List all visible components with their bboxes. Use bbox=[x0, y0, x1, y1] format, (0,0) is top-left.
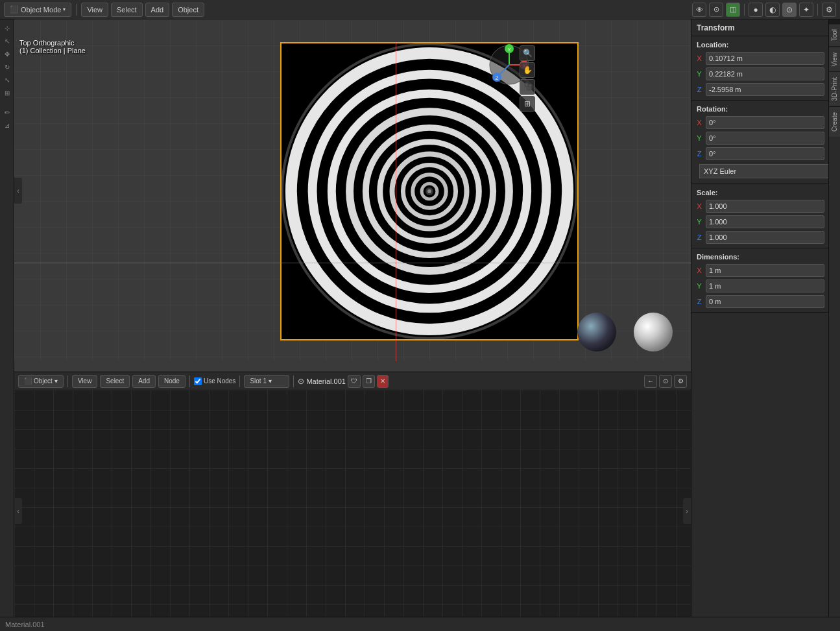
material-duplicate-button[interactable]: ❐ bbox=[363, 375, 375, 388]
view-menu[interactable]: View bbox=[81, 3, 108, 17]
scale-y-input[interactable] bbox=[706, 215, 824, 228]
dimensions-section: Dimensions: X 🔒 Y 🔒 Z 🔒 bbox=[691, 248, 840, 313]
scale-x-row: X 🔒 bbox=[691, 198, 840, 214]
measure-icon[interactable]: ⊿ bbox=[1, 119, 13, 131]
sphere-icon: ⊙ bbox=[298, 377, 304, 386]
select-menu[interactable]: Select bbox=[111, 3, 143, 17]
node-node-menu[interactable]: Node bbox=[158, 375, 186, 388]
location-x-input[interactable] bbox=[706, 52, 824, 65]
move-tool-icon[interactable]: ✥ bbox=[1, 48, 13, 60]
dimension-x-row: X 🔒 bbox=[691, 263, 840, 278]
object-menu[interactable]: Object bbox=[172, 3, 204, 17]
svg-text:Y: Y bbox=[507, 47, 511, 53]
select-tool-icon[interactable]: ↖ bbox=[1, 35, 13, 47]
transform-tool-icon[interactable]: ⊞ bbox=[1, 87, 13, 99]
quad-view-icon[interactable]: ⊞ bbox=[520, 96, 535, 112]
rotation-x-input[interactable] bbox=[706, 116, 824, 129]
use-nodes-checkbox[interactable] bbox=[194, 377, 202, 385]
dimensions-label: Dimensions: bbox=[691, 251, 840, 263]
shading-solid-icon[interactable]: ● bbox=[749, 3, 763, 17]
zoom-icon[interactable]: 🔍 bbox=[520, 45, 535, 61]
node-editor-snap-icon[interactable]: ⊙ bbox=[659, 375, 672, 388]
object-mode-button[interactable]: ⬛ Object Mode ▾ bbox=[4, 3, 71, 17]
use-nodes-label[interactable]: Use Nodes bbox=[194, 377, 235, 385]
location-label: Location: bbox=[691, 39, 840, 51]
tab-view[interactable]: View bbox=[829, 47, 840, 72]
y-axis-label: Y bbox=[695, 282, 703, 290]
viewport-info: Top Orthographic (1) Collection | Plane bbox=[19, 39, 86, 54]
node-editor-scroll-right[interactable]: › bbox=[683, 498, 691, 524]
node-editor-back-icon[interactable]: ← bbox=[644, 375, 657, 388]
material-shield-icon[interactable]: 🛡 bbox=[348, 375, 361, 388]
node-select-menu[interactable]: Select bbox=[100, 375, 130, 388]
slot-selector[interactable]: Slot 1 ▾ bbox=[244, 375, 289, 388]
location-z-input[interactable] bbox=[706, 83, 824, 96]
z-axis-label: Z bbox=[695, 150, 703, 158]
separator bbox=[293, 375, 294, 387]
cursor-tool-icon[interactable]: ⊹ bbox=[1, 22, 13, 34]
dimension-x-input[interactable] bbox=[706, 264, 824, 277]
node-editor-settings-icon[interactable]: ⚙ bbox=[674, 375, 687, 388]
3d-viewport[interactable]: Top Orthographic (1) Collection | Plane bbox=[14, 19, 691, 361]
separator bbox=[67, 375, 68, 387]
x-axis-label: X bbox=[695, 202, 703, 210]
top-toolbar: ⬛ Object Mode ▾ View Select Add Object 👁… bbox=[0, 0, 840, 19]
shading-rendered-icon[interactable]: ⊙ bbox=[782, 3, 797, 17]
node-view-menu[interactable]: View bbox=[72, 375, 98, 388]
material-delete-button[interactable]: ✕ bbox=[377, 375, 389, 388]
y-axis-label: Y bbox=[695, 218, 703, 226]
rotation-z-input[interactable] bbox=[706, 147, 824, 160]
viewport-collapse-left[interactable]: ‹ bbox=[14, 178, 22, 204]
separator bbox=[744, 4, 745, 16]
location-section: Location: X 🔒 Y 🔒 Z 🔒 bbox=[691, 36, 840, 101]
y-axis-label: Y bbox=[695, 70, 703, 78]
vertical-guide-line bbox=[396, 42, 396, 361]
euler-dropdown[interactable]: XYZ Euler bbox=[699, 164, 840, 178]
dimension-z-input[interactable] bbox=[706, 295, 824, 308]
chevron-down-icon: ▾ bbox=[63, 6, 66, 12]
scale-tool-icon[interactable]: ⤡ bbox=[1, 74, 13, 86]
separator bbox=[239, 375, 240, 387]
dimension-y-input[interactable] bbox=[706, 280, 824, 292]
right-panel-tabs: Item Tool View 3D-Print Create bbox=[828, 19, 840, 631]
settings-icon[interactable]: ⚙ bbox=[822, 3, 836, 17]
location-y-input[interactable] bbox=[706, 67, 824, 80]
shading-material-icon[interactable]: ◐ bbox=[765, 3, 780, 17]
y-axis-label: Y bbox=[695, 134, 703, 142]
node-connections bbox=[14, 390, 691, 631]
viewport-area: Top Orthographic (1) Collection | Plane bbox=[14, 19, 691, 631]
rotation-y-row: Y 🔒 bbox=[691, 130, 840, 146]
rotate-tool-icon[interactable]: ↻ bbox=[1, 61, 13, 73]
annotate-icon[interactable]: ✏ bbox=[1, 106, 13, 118]
rotation-y-input[interactable] bbox=[706, 132, 824, 145]
left-toolbar: ⊹ ↖ ✥ ↻ ⤡ ⊞ ✏ ⊿ bbox=[0, 19, 14, 631]
svg-point-22 bbox=[427, 189, 431, 193]
scale-y-row: Y 🔒 bbox=[691, 214, 840, 230]
add-menu[interactable]: Add bbox=[145, 3, 170, 17]
node-canvas[interactable]: Texture Coordinate Generated Normal UV bbox=[14, 390, 691, 631]
xray-icon[interactable]: ◫ bbox=[726, 3, 740, 17]
scale-z-input[interactable] bbox=[706, 231, 824, 244]
scale-x-input[interactable] bbox=[706, 200, 824, 213]
horizontal-guide-line bbox=[14, 263, 691, 263]
node-add-menu[interactable]: Add bbox=[132, 375, 156, 388]
tab-create[interactable]: Create bbox=[829, 106, 840, 137]
separator bbox=[189, 375, 190, 387]
scale-z-row: Z 🔒 bbox=[691, 230, 840, 245]
node-editor-type-button[interactable]: ⬛ Object ▾ bbox=[18, 375, 64, 388]
orbit-icon[interactable]: 🎥 bbox=[520, 79, 535, 95]
viewport-toolbar: 🔍 ✋ 🎥 ⊞ bbox=[520, 45, 535, 112]
transform-panel-header: Transform bbox=[691, 19, 840, 36]
tab-tool[interactable]: Tool bbox=[829, 23, 840, 46]
pan-icon[interactable]: ✋ bbox=[520, 62, 535, 78]
z-axis-label: Z bbox=[695, 298, 703, 305]
viewport-shading-icon[interactable]: 👁 bbox=[692, 3, 706, 17]
x-axis-label: X bbox=[695, 54, 703, 62]
scale-label: Scale: bbox=[691, 187, 840, 198]
rotation-z-row: Z 🔒 bbox=[691, 146, 840, 161]
viewport-collection: (1) Collection | Plane bbox=[19, 47, 86, 54]
tab-3dprint[interactable]: 3D-Print bbox=[829, 71, 840, 106]
shading-eevee-icon[interactable]: ✦ bbox=[799, 3, 813, 17]
overlay-icon[interactable]: ⊙ bbox=[709, 3, 723, 17]
node-editor-scroll-left[interactable]: ‹ bbox=[14, 498, 22, 524]
